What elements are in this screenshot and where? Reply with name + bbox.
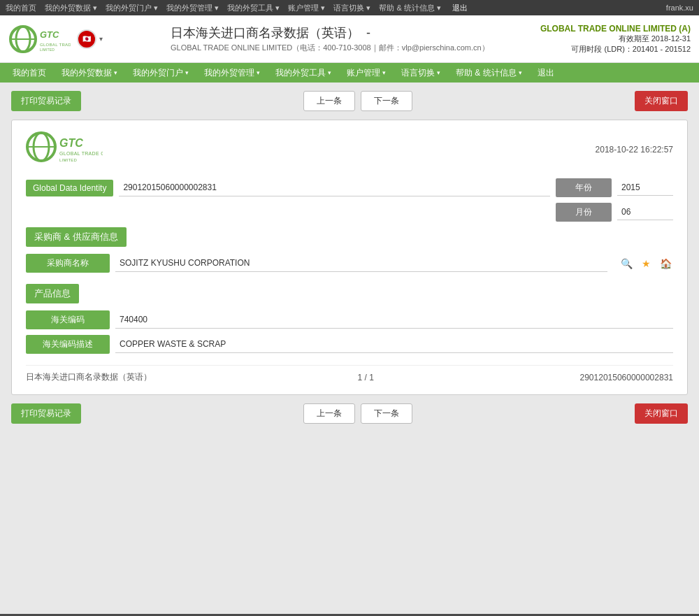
month-value: 06	[617, 204, 673, 220]
svg-text:LIMITED: LIMITED	[59, 158, 78, 162]
identity-label: Global Data Identity	[26, 180, 113, 196]
main-navigation: 我的首页 我的外贸数据 ▾ 我的外贸门户 ▾ 我的外贸管理 ▾ 我的外贸工具 ▾…	[0, 63, 699, 83]
buyer-value: SOJITZ KYUSHU CORPORATION	[115, 255, 607, 272]
hsdesc-row: 海关编码描述 COPPER WASTE & SCRAP	[26, 335, 673, 354]
close-button[interactable]: 关闭窗口	[635, 91, 688, 111]
validity-date: 有效期至 2018-12-31	[540, 34, 691, 44]
year-value: 2015	[617, 180, 673, 196]
buyer-actions: 🔍 ★ 🏠	[619, 256, 673, 271]
month-row: 月份 06	[26, 203, 673, 222]
mainnav-lang[interactable]: 语言切换 ▾	[394, 64, 447, 82]
top-navigation: 我的首页 我的外贸数据 ▾ 我的外贸门户 ▾ 我的外贸管理 ▾ 我的外贸工具 ▾…	[0, 0, 699, 15]
svg-text:GLOBAL TRADE ONLINE: GLOBAL TRADE ONLINE	[40, 43, 71, 47]
flag-icon: 🇯🇵	[77, 29, 96, 49]
search-icon[interactable]: 🔍	[619, 256, 634, 271]
card-logo: GTC GLOBAL TRADE ONLINE LIMITED	[26, 131, 110, 167]
mainnav-data[interactable]: 我的外贸数据 ▾	[55, 64, 124, 82]
header-subtitle: GLOBAL TRADE ONLINE LIMITED（电话：400-710-3…	[171, 43, 540, 53]
top-nav-left: 我的首页 我的外贸数据 ▾ 我的外贸门户 ▾ 我的外贸管理 ▾ 我的外贸工具 ▾…	[6, 3, 468, 13]
bottom-close-button[interactable]: 关闭窗口	[635, 403, 688, 424]
arrow-icon: ▾	[328, 69, 331, 76]
arrow-icon: ▾	[382, 69, 386, 76]
star-icon[interactable]: ★	[638, 256, 654, 271]
identity-row: Global Data Identity 2901201506000000283…	[26, 178, 673, 197]
footer-source: 日本海关进口商名录数据（英语）	[26, 371, 152, 383]
month-label: 月份	[556, 203, 612, 222]
buyer-row: 采购商名称 SOJITZ KYUSHU CORPORATION 🔍 ★ 🏠	[26, 254, 673, 273]
nav-portal[interactable]: 我的外贸门户 ▾	[106, 3, 158, 13]
print-button[interactable]: 打印贸易记录	[11, 91, 81, 111]
hsdesc-value: COPPER WASTE & SCRAP	[115, 336, 673, 353]
header-title-area: 日本海关进口商名录数据（英语） - GLOBAL TRADE ONLINE LI…	[162, 24, 540, 53]
nav-data[interactable]: 我的外贸数据 ▾	[45, 3, 97, 13]
card-header: GTC GLOBAL TRADE ONLINE LIMITED 2018-10-…	[26, 131, 673, 167]
card-timestamp: 2018-10-22 16:22:57	[596, 145, 673, 155]
prev-button[interactable]: 上一条	[303, 91, 355, 111]
next-button[interactable]: 下一条	[361, 91, 412, 111]
mainnav-portal[interactable]: 我的外贸门户 ▾	[126, 64, 196, 82]
toolbar-left: 打印贸易记录	[11, 91, 81, 111]
company-name: GLOBAL TRADE ONLINE LIMITED (A)	[540, 24, 691, 34]
page-title: 日本海关进口商名录数据（英语） -	[171, 24, 540, 41]
home-icon[interactable]: 🏠	[658, 256, 673, 271]
bottom-next-button[interactable]: 下一条	[361, 403, 412, 424]
nav-help[interactable]: 帮助 & 统计信息 ▾	[379, 3, 441, 13]
company-logo: GTC GLOBAL TRADE ONLINE LIMITED	[8, 23, 71, 55]
product-section: 产品信息 海关编码 740400 海关编码描述 COPPER WASTE & S…	[26, 284, 673, 354]
svg-text:GTC: GTC	[40, 29, 59, 40]
supplier-section-title: 采购商 & 供应商信息	[26, 227, 127, 247]
nav-tools[interactable]: 我的外贸工具 ▾	[227, 3, 280, 13]
nav-home[interactable]: 我的首页	[6, 3, 36, 13]
footer-page: 1 / 1	[358, 373, 374, 382]
bottom-toolbar: 打印贸易记录 上一条 下一条 关闭窗口	[11, 403, 688, 424]
identity-value: 29012015060000002831	[119, 180, 550, 196]
arrow-icon: ▾	[114, 69, 117, 76]
svg-text:GTC: GTC	[59, 137, 83, 149]
language-selector[interactable]: 🇯🇵 ▾	[77, 29, 103, 49]
hsdesc-label: 海关编码描述	[26, 335, 110, 354]
bottom-toolbar-nav: 上一条 下一条	[303, 403, 412, 424]
mainnav-manage[interactable]: 我的外贸管理 ▾	[197, 64, 267, 82]
arrow-icon: ▾	[257, 69, 260, 76]
identity-section: Global Data Identity 2901201506000000283…	[26, 178, 673, 222]
hscode-row: 海关编码 740400	[26, 310, 673, 329]
arrow-icon: ▾	[519, 69, 522, 76]
bottom-toolbar-left: 打印贸易记录	[11, 403, 81, 424]
svg-text:GLOBAL TRADE ONLINE: GLOBAL TRADE ONLINE	[59, 151, 103, 156]
bottom-print-button[interactable]: 打印贸易记录	[11, 403, 81, 424]
toolbar-nav: 上一条 下一条	[303, 91, 412, 111]
mainnav-logout[interactable]: 退出	[531, 64, 561, 82]
top-toolbar: 打印贸易记录 上一条 下一条 关闭窗口	[11, 91, 688, 111]
arrow-icon: ▾	[437, 69, 440, 76]
hscode-value: 740400	[115, 312, 673, 329]
footer-record-id: 29012015060000002831	[580, 373, 673, 382]
page-header: GTC GLOBAL TRADE ONLINE LIMITED 🇯🇵 ▾ 日本海…	[0, 15, 699, 63]
supplier-section: 采购商 & 供应商信息 采购商名称 SOJITZ KYUSHU CORPORAT…	[26, 227, 673, 273]
card-footer: 日本海关进口商名录数据（英语） 1 / 1 290120150600000028…	[26, 365, 673, 383]
detail-card: GTC GLOBAL TRADE ONLINE LIMITED 2018-10-…	[11, 120, 688, 395]
bottom-prev-button[interactable]: 上一条	[303, 403, 355, 424]
arrow-icon: ▾	[185, 69, 189, 76]
mainnav-help[interactable]: 帮助 & 统计信息 ▾	[449, 64, 529, 82]
header-right-info: GLOBAL TRADE ONLINE LIMITED (A) 有效期至 201…	[540, 24, 691, 55]
mainnav-home[interactable]: 我的首页	[6, 64, 53, 82]
nav-manage[interactable]: 我的外贸管理 ▾	[166, 3, 219, 13]
logo-area: GTC GLOBAL TRADE ONLINE LIMITED 🇯🇵 ▾	[8, 23, 162, 55]
bottom-toolbar-right: 关闭窗口	[635, 403, 688, 424]
top-nav-username: frank.xu	[666, 3, 693, 12]
nav-logout[interactable]: 退出	[452, 3, 468, 13]
nav-account[interactable]: 账户管理 ▾	[288, 3, 325, 13]
hscode-label: 海关编码	[26, 310, 110, 329]
ldr-range: 可用时段 (LDR)：201401 - 201512	[540, 44, 691, 55]
nav-lang[interactable]: 语言切换 ▾	[333, 3, 370, 13]
buyer-label: 采购商名称	[26, 254, 110, 273]
flag-dropdown-arrow: ▾	[99, 35, 103, 43]
svg-text:LIMITED: LIMITED	[40, 48, 55, 52]
product-section-title: 产品信息	[26, 284, 79, 303]
mainnav-tools[interactable]: 我的外贸工具 ▾	[268, 64, 338, 82]
year-label: 年份	[556, 178, 612, 197]
toolbar-right: 关闭窗口	[635, 91, 688, 111]
content-area: 打印贸易记录 上一条 下一条 关闭窗口 GTC GLOBAL TRADE ONL…	[0, 83, 699, 614]
mainnav-account[interactable]: 账户管理 ▾	[340, 64, 393, 82]
